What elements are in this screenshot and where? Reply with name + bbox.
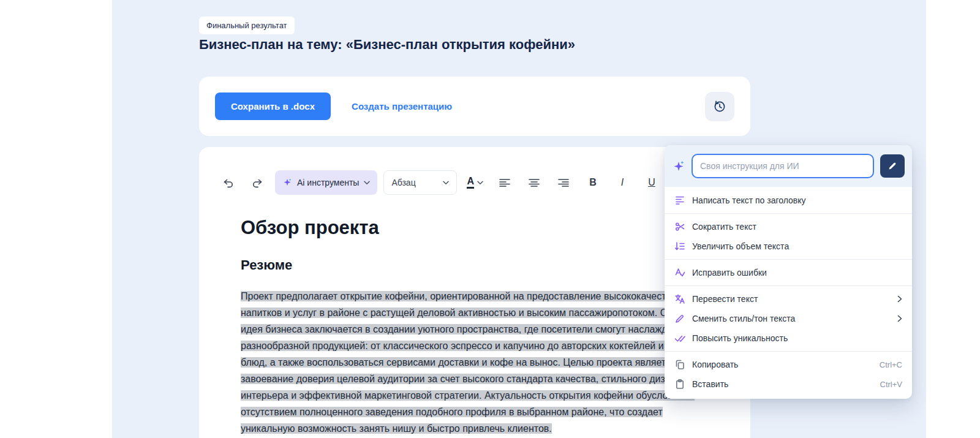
actions-card: Сохранить в .docx Создать презентацию: [199, 77, 750, 136]
menu-divider: [665, 285, 912, 286]
submit-instruction-button[interactable]: [880, 154, 905, 178]
redo-button[interactable]: [246, 171, 269, 194]
menu-item-paste[interactable]: Вставить Ctrl+V: [665, 374, 912, 394]
menu-divider: [665, 259, 912, 260]
underline-label: U: [648, 177, 655, 188]
menu-item-label: Написать текст по заголовку: [692, 195, 902, 205]
selected-text[interactable]: Проект предполагает открытие кофейни, ор…: [241, 291, 708, 434]
menu-item-label: Сократить текст: [692, 222, 902, 232]
menu-divider: [665, 351, 912, 352]
sparkle-icon: [282, 178, 292, 187]
menu-item-expand-text[interactable]: Увеличить объем текста: [665, 236, 912, 256]
menu-item-label: Повысить уникальность: [692, 333, 902, 343]
paragraph-style-select[interactable]: Абзац: [383, 170, 457, 195]
bold-button[interactable]: B: [581, 171, 605, 194]
ai-tools-button[interactable]: Ai инструменты: [275, 170, 377, 195]
chevron-right-icon: [897, 315, 902, 322]
doc-paragraph[interactable]: Проект предполагает открытие кофейни, ор…: [241, 288, 714, 437]
app-background: Финальный результат Бизнес-план на тему:…: [112, 0, 926, 438]
menu-item-fix-errors[interactable]: Исправить ошибки: [665, 263, 912, 282]
font-color-button[interactable]: A: [463, 171, 487, 194]
paragraph-style-label: Абзац: [391, 178, 415, 187]
menu-item-label: Вставить: [692, 379, 873, 389]
translate-icon: [674, 293, 685, 304]
menu-item-write-by-heading[interactable]: Написать текст по заголовку: [665, 191, 912, 210]
scissors-icon: [674, 221, 685, 232]
editor-toolbar: Ai инструменты Абзац A: [216, 169, 733, 196]
underline-button[interactable]: U: [640, 171, 663, 194]
menu-item-shorten-text[interactable]: Сократить текст: [665, 217, 912, 236]
history-button[interactable]: [705, 92, 734, 121]
align-left-button[interactable]: [493, 171, 516, 194]
ai-tools-label: Ai инструменты: [297, 178, 359, 187]
italic-button[interactable]: I: [611, 171, 634, 194]
chevron-down-icon: [477, 181, 483, 185]
style-pen-icon: [674, 313, 685, 324]
doc-subheading[interactable]: Резюме: [241, 257, 714, 273]
shortcut-label: Ctrl+C: [880, 360, 902, 369]
redo-icon: [252, 177, 263, 189]
align-center-icon: [529, 178, 540, 187]
menu-item-increase-uniqueness[interactable]: Повысить уникальность: [665, 328, 912, 348]
menu-item-label: Сменить стиль/тон текста: [692, 314, 891, 323]
doc-heading[interactable]: Обзор проекта: [241, 217, 714, 239]
chevron-down-icon: [364, 181, 370, 185]
ai-instruction-input[interactable]: [692, 154, 874, 178]
pencil-icon: [888, 161, 897, 171]
menu-item-label: Копировать: [692, 360, 873, 369]
font-color-letter: A: [467, 176, 474, 189]
sparkle-icon: [672, 159, 685, 173]
align-right-icon: [558, 178, 569, 187]
align-left-icon: [499, 178, 510, 187]
shortcut-label: Ctrl+V: [880, 380, 902, 389]
undo-button[interactable]: [216, 171, 239, 194]
spellcheck-icon: [674, 267, 685, 278]
page-title: Бизнес-план на тему: «Бизнес-план открыт…: [199, 37, 575, 53]
menu-item-translate-text[interactable]: Перевести текст: [665, 289, 912, 309]
double-check-icon: [674, 333, 685, 344]
save-docx-button[interactable]: Сохранить в .docx: [215, 93, 331, 120]
chevron-right-icon: [897, 295, 902, 303]
expand-text-icon: [674, 241, 685, 252]
menu-item-copy[interactable]: Копировать Ctrl+C: [665, 355, 912, 374]
menu-item-label: Исправить ошибки: [692, 268, 902, 278]
align-center-button[interactable]: [522, 171, 546, 194]
italic-label: I: [621, 177, 624, 188]
write-text-icon: [674, 195, 685, 206]
paste-icon: [674, 379, 685, 390]
menu-divider: [665, 213, 912, 214]
history-icon: [713, 100, 726, 113]
ai-context-menu: Написать текст по заголовку Сократить те…: [665, 145, 912, 399]
create-presentation-link[interactable]: Создать презентацию: [352, 101, 452, 111]
menu-item-label: Увеличить объем текста: [692, 241, 902, 251]
ai-menu-header: [665, 145, 912, 187]
copy-icon: [674, 359, 685, 370]
document-content: Обзор проекта Резюме Проект предполагает…: [241, 217, 714, 437]
align-right-button[interactable]: [552, 171, 575, 194]
undo-icon: [222, 177, 234, 189]
bold-label: B: [589, 177, 597, 188]
menu-item-change-style[interactable]: Сменить стиль/тон текста: [665, 309, 912, 328]
result-badge: Финальный результат: [199, 17, 295, 34]
ai-menu-list: Написать текст по заголовку Сократить те…: [665, 187, 912, 399]
menu-item-label: Перевести текст: [692, 294, 891, 304]
chevron-down-icon: [443, 181, 449, 185]
